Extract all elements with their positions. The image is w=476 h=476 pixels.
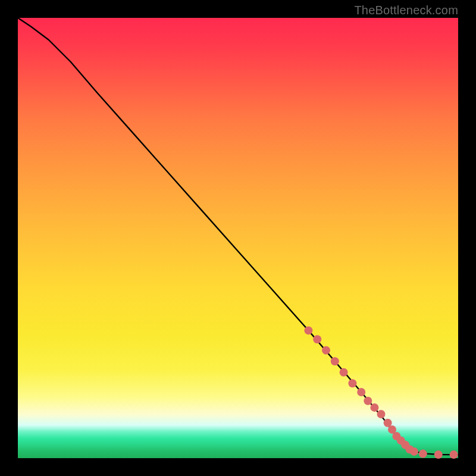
marker-dot: [348, 379, 356, 387]
highlighted-segment: [304, 326, 458, 459]
marker-dot: [322, 346, 330, 355]
marker-dot: [331, 357, 339, 365]
marker-dot: [304, 326, 312, 334]
plot-area: [18, 18, 458, 458]
marker-dot: [364, 397, 372, 405]
watermark-text: TheBottleneck.com: [354, 4, 458, 17]
marker-dot: [313, 335, 321, 343]
marker-dot: [357, 388, 365, 396]
marker-dot: [434, 450, 443, 459]
marker-dot: [419, 450, 427, 458]
marker-dot: [377, 410, 386, 418]
marker-dot: [370, 403, 378, 412]
chart-stage: TheBottleneck.com: [0, 0, 476, 476]
marker-dot: [410, 447, 418, 456]
marker-dot: [340, 368, 348, 377]
bottleneck-curve: [18, 18, 458, 455]
curve-layer: [18, 18, 458, 458]
marker-dot: [450, 450, 458, 459]
